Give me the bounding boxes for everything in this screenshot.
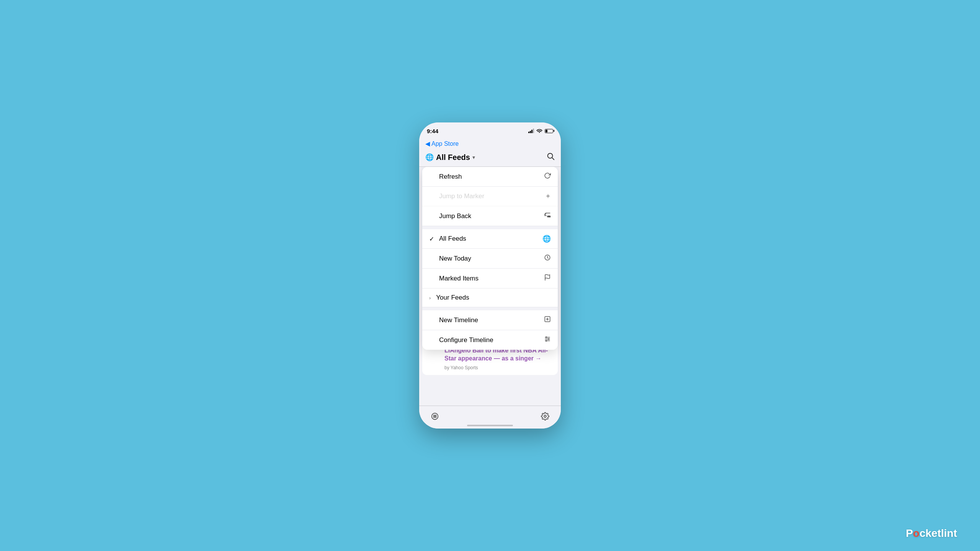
menu-item-new-timeline[interactable]: New Timeline: [422, 310, 558, 330]
menu-toolbar-button[interactable]: [431, 412, 439, 423]
menu-divider-2: [422, 307, 558, 310]
pocketlint-o: o: [913, 527, 920, 539]
jump-to-marker-label: Jump to Marker: [439, 192, 484, 200]
marked-items-icon: [544, 274, 551, 283]
your-feeds-label: Your Feeds: [436, 294, 469, 302]
refresh-icon: [544, 172, 551, 181]
search-button[interactable]: [546, 152, 555, 163]
menu-item-configure-timeline[interactable]: Configure Timeline: [422, 330, 558, 350]
refresh-label: Refresh: [439, 173, 462, 181]
marked-items-label: Marked Items: [439, 275, 479, 282]
svg-point-12: [546, 337, 547, 338]
new-timeline-icon: [544, 316, 551, 324]
back-label[interactable]: App Store: [431, 140, 459, 147]
svg-rect-3: [547, 216, 550, 217]
status-icons: [528, 128, 553, 134]
feeds-title: All Feeds: [436, 153, 470, 162]
status-time: 9:44: [427, 128, 438, 134]
menu-item-refresh[interactable]: Refresh: [422, 167, 558, 187]
chevron-down-icon: ▾: [472, 154, 475, 160]
back-arrow-icon: ◀: [425, 140, 430, 147]
svg-point-13: [548, 339, 549, 340]
globe-icon: 🌐: [425, 153, 434, 161]
menu-item-your-feeds[interactable]: › Your Feeds: [422, 289, 558, 307]
jump-back-label: Jump Back: [439, 212, 471, 220]
expand-chevron-icon: ›: [429, 295, 431, 301]
signal-icon: [528, 129, 534, 133]
status-bar: 9:44: [419, 122, 561, 139]
back-bar: ◀ App Store: [419, 139, 561, 150]
settings-toolbar-button[interactable]: [541, 412, 549, 423]
checkmark-icon: ✓: [429, 235, 435, 243]
menu-item-new-today[interactable]: New Today: [422, 249, 558, 269]
wifi-icon: [536, 128, 542, 134]
feeds-title-row[interactable]: 🌐 All Feeds ▾: [425, 153, 475, 162]
jump-back-icon: [544, 212, 551, 220]
all-feeds-label: All Feeds: [439, 235, 466, 243]
content-area: ▲ 5 Refresh: [419, 167, 561, 402]
new-timeline-label: New Timeline: [439, 316, 478, 324]
jump-to-marker-icon: ✦: [545, 192, 551, 201]
all-feeds-globe-icon: 🌐: [542, 235, 551, 243]
new-today-label: New Today: [439, 255, 471, 262]
dropdown-menu: Refresh Jump to Marker ✦: [422, 167, 558, 350]
svg-point-19: [544, 415, 546, 417]
menu-item-jump-back[interactable]: Jump Back: [422, 206, 558, 226]
app-header: 🌐 All Feeds ▾: [419, 150, 561, 167]
svg-point-14: [546, 340, 547, 341]
phone-frame: 9:44 ◀ App Store: [419, 122, 561, 429]
home-indicator: [467, 425, 513, 426]
battery-icon: [545, 129, 553, 133]
menu-divider-1: [422, 226, 558, 229]
menu-item-marked-items[interactable]: Marked Items: [422, 269, 558, 289]
configure-timeline-label: Configure Timeline: [439, 336, 493, 344]
pocketlint-watermark: Pocketlint: [906, 527, 957, 540]
new-today-icon: [544, 254, 551, 263]
menu-item-jump-to-marker[interactable]: Jump to Marker ✦: [422, 187, 558, 206]
blog-byline: by Yahoo Sports: [444, 365, 553, 370]
menu-item-all-feeds[interactable]: ✓ All Feeds 🌐: [422, 229, 558, 249]
svg-line-1: [552, 158, 554, 160]
configure-timeline-icon: [544, 336, 551, 344]
blog-arrow-icon: →: [535, 355, 541, 362]
